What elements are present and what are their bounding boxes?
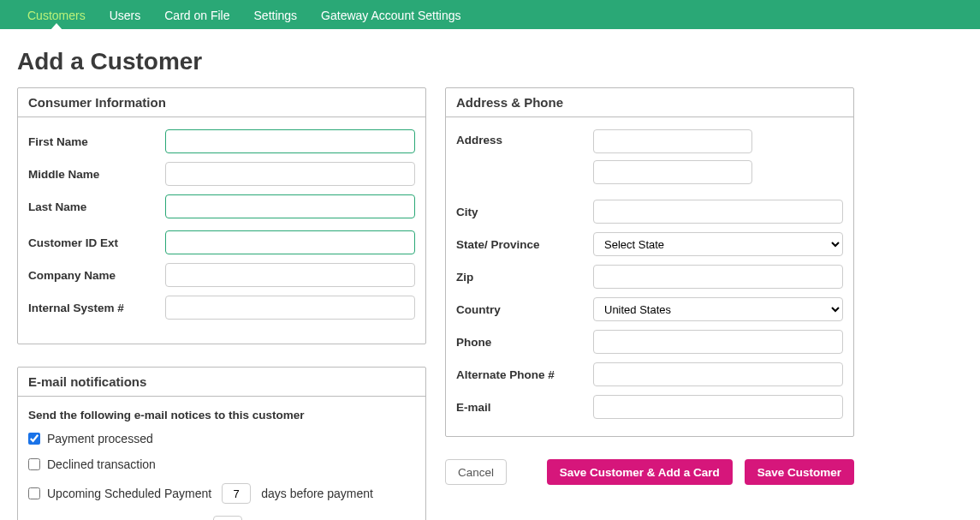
input-middle-name[interactable] <box>165 162 415 186</box>
row-address: Address <box>456 129 843 191</box>
checkbox-declined-transaction[interactable] <box>28 458 40 470</box>
panel-header: Consumer Information <box>18 88 425 117</box>
cancel-button[interactable]: Cancel <box>445 459 507 485</box>
input-email[interactable] <box>593 395 843 419</box>
nav-label: Customers <box>27 9 86 22</box>
panel-address-phone: Address & Phone Address City State/ Prov… <box>445 87 854 437</box>
nav-users[interactable]: Users <box>98 2 153 29</box>
suffix-upcoming-scheduled: days before payment <box>261 487 373 500</box>
label-internal-system: Internal System # <box>28 302 165 314</box>
nav-customers[interactable]: Customers <box>15 2 98 29</box>
input-customer-id-ext[interactable] <box>165 230 415 254</box>
panel-body: First Name Middle Name Last Name Custome… <box>18 117 425 344</box>
nav-label: Users <box>110 9 141 22</box>
nav-card-on-file[interactable]: Card on File <box>152 2 241 29</box>
label-middle-name: Middle Name <box>28 168 165 181</box>
select-state[interactable]: Select State <box>593 232 843 256</box>
panel-header: E-mail notifications <box>18 368 425 397</box>
row-middle-name: Middle Name <box>28 162 415 186</box>
checkbox-upcoming-scheduled[interactable] <box>28 487 40 499</box>
row-last-name: Last Name <box>28 194 415 218</box>
nav-label: Gateway Account Settings <box>321 9 460 22</box>
row-country: Country United States <box>456 297 843 321</box>
label-customer-id-ext: Customer ID Ext <box>28 236 165 249</box>
row-company-name: Company Name <box>28 263 415 287</box>
panel-consumer-info: Consumer Information First Name Middle N… <box>17 87 426 344</box>
checkbox-payment-processed[interactable] <box>28 433 40 445</box>
input-address-line2[interactable] <box>593 160 752 184</box>
label-upcoming-scheduled: Upcoming Scheduled Payment <box>47 487 211 500</box>
row-card-expiration: Card on File expiration notice days befo… <box>28 516 415 520</box>
input-internal-system[interactable] <box>165 296 415 320</box>
nav-gateway-account-settings[interactable]: Gateway Account Settings <box>309 2 472 29</box>
nav-label: Card on File <box>164 9 229 22</box>
action-row: Cancel Save Customer & Add a Card Save C… <box>445 459 854 485</box>
row-city: City <box>456 200 843 224</box>
input-expiration-days[interactable] <box>213 516 242 520</box>
input-company-name[interactable] <box>165 263 415 287</box>
address-stack <box>593 129 843 191</box>
row-phone: Phone <box>456 330 843 354</box>
label-email: E-mail <box>456 401 593 414</box>
label-declined-transaction: Declined transaction <box>47 457 156 471</box>
panel-email-notifications: E-mail notifications Send the following … <box>17 367 426 520</box>
row-email: E-mail <box>456 395 843 419</box>
label-last-name: Last Name <box>28 200 165 213</box>
input-address-line1[interactable] <box>593 129 752 153</box>
row-declined-transaction: Declined transaction <box>28 457 415 471</box>
form-columns: Consumer Information First Name Middle N… <box>0 87 980 520</box>
right-column: Address & Phone Address City State/ Prov… <box>445 87 854 485</box>
label-company-name: Company Name <box>28 269 165 282</box>
row-state: State/ Province Select State <box>456 232 843 256</box>
input-zip[interactable] <box>593 265 843 289</box>
input-last-name[interactable] <box>165 194 415 218</box>
row-zip: Zip <box>456 265 843 289</box>
label-country: Country <box>456 303 593 316</box>
input-alt-phone[interactable] <box>593 362 843 386</box>
label-phone: Phone <box>456 336 593 349</box>
panel-body: Address City State/ Province Select Stat… <box>446 117 853 436</box>
nav-label: Settings <box>254 9 298 22</box>
label-zip: Zip <box>456 271 593 284</box>
label-payment-processed: Payment processed <box>47 432 153 445</box>
label-alt-phone: Alternate Phone # <box>456 368 593 381</box>
notice-intro: Send the following e-mail notices to thi… <box>28 409 415 421</box>
page-title: Add a Customer <box>17 48 980 75</box>
label-state: State/ Province <box>456 238 593 251</box>
save-add-card-button[interactable]: Save Customer & Add a Card <box>547 459 733 485</box>
input-upcoming-days[interactable] <box>222 483 251 504</box>
panel-header: Address & Phone <box>446 88 853 117</box>
row-customer-id-ext: Customer ID Ext <box>28 230 415 254</box>
row-first-name: First Name <box>28 129 415 153</box>
row-payment-processed: Payment processed <box>28 432 415 445</box>
row-alt-phone: Alternate Phone # <box>456 362 843 386</box>
select-country[interactable]: United States <box>593 297 843 321</box>
row-upcoming-scheduled: Upcoming Scheduled Payment days before p… <box>28 483 415 504</box>
input-first-name[interactable] <box>165 129 415 153</box>
save-customer-button[interactable]: Save Customer <box>745 459 854 485</box>
panel-body: Send the following e-mail notices to thi… <box>18 397 425 520</box>
label-city: City <box>456 206 593 218</box>
label-first-name: First Name <box>28 135 165 148</box>
label-address: Address <box>456 129 593 146</box>
input-phone[interactable] <box>593 330 843 354</box>
left-column: Consumer Information First Name Middle N… <box>17 87 426 520</box>
input-city[interactable] <box>593 200 843 224</box>
main-nav: Customers Users Card on File Settings Ga… <box>0 2 980 29</box>
nav-settings[interactable]: Settings <box>242 2 310 29</box>
row-internal-system: Internal System # <box>28 296 415 320</box>
